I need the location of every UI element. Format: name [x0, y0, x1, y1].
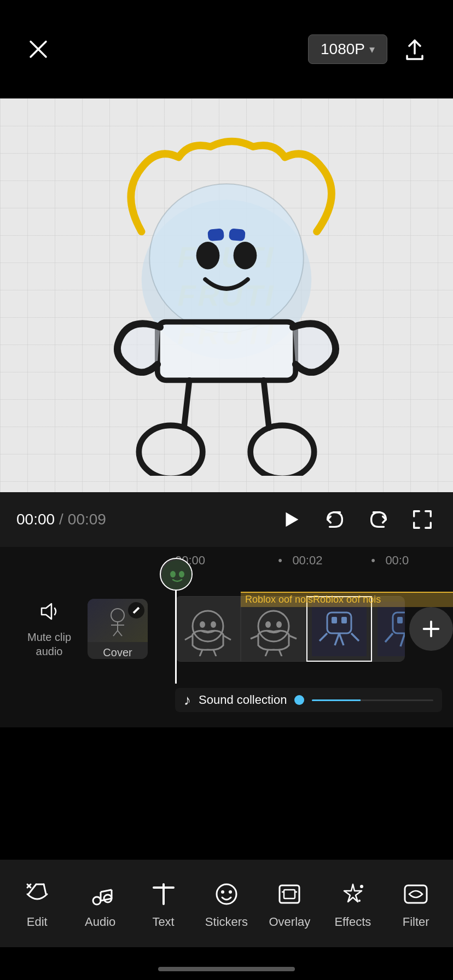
playhead: [175, 574, 177, 684]
svg-line-20: [113, 631, 118, 636]
canvas-area: FRUTI FRUTI FRUTI: [0, 98, 453, 492]
svg-point-71: [221, 890, 224, 894]
svg-line-65: [101, 890, 112, 892]
sound-inner[interactable]: ♪ Sound collection: [175, 688, 442, 712]
nav-item-audio[interactable]: Audio: [68, 872, 131, 935]
top-bar: 1080P ▾: [0, 0, 453, 98]
export-button[interactable]: [398, 33, 431, 66]
ruler-mark-2: • 00:0: [361, 553, 453, 568]
playhead-thumbnail: [160, 558, 193, 591]
redo-button[interactable]: [364, 505, 393, 534]
overlay-icon: [273, 878, 306, 911]
svg-point-78: [358, 900, 361, 902]
cover-label: Cover: [103, 646, 132, 659]
audio-icon: [84, 878, 117, 911]
svg-point-3: [149, 184, 303, 332]
edit-icon: [21, 878, 54, 911]
left-panel: Mute clipaudio: [0, 574, 175, 684]
stickers-label: Stickers: [205, 915, 248, 929]
timeline-ruler: 00:00 • 00:02 • 00:0: [0, 547, 453, 574]
svg-rect-4: [207, 228, 224, 241]
time-display: 00:00 / 00:09: [16, 511, 277, 528]
text-overlay-label: Roblox oof noisRoblox oof nois: [245, 594, 381, 605]
svg-rect-49: [397, 617, 403, 623]
svg-point-77: [360, 885, 363, 888]
svg-point-12: [251, 425, 314, 476]
svg-rect-42: [341, 617, 347, 623]
sound-track: ♪ Sound collection: [0, 684, 453, 716]
resolution-button[interactable]: 1080P ▾: [308, 34, 387, 64]
svg-rect-79: [405, 885, 427, 903]
svg-rect-5: [229, 228, 246, 241]
svg-point-15: [170, 571, 176, 578]
resolution-caret: ▾: [369, 43, 375, 56]
svg-line-11: [264, 380, 269, 428]
effects-icon: [336, 878, 369, 911]
controls-bar: 00:00 / 00:09: [0, 492, 453, 547]
nav-item-text[interactable]: Text: [132, 872, 195, 935]
svg-point-62: [93, 897, 101, 905]
nav-item-edit[interactable]: Edit: [5, 872, 68, 935]
svg-line-21: [118, 631, 122, 636]
resolution-label: 1080P: [321, 40, 365, 58]
time-separator: /: [59, 511, 63, 528]
svg-point-70: [217, 884, 236, 904]
top-right-controls: 1080P ▾: [308, 33, 431, 66]
svg-point-72: [229, 890, 232, 894]
svg-line-9: [184, 380, 189, 428]
timeline-area: 00:00 • 00:02 • 00:0: [0, 547, 453, 727]
text-label: Text: [152, 915, 174, 929]
edit-label: Edit: [27, 915, 48, 929]
svg-point-26: [211, 621, 216, 628]
cover-button[interactable]: Cover: [88, 599, 148, 659]
fullscreen-button[interactable]: [408, 505, 437, 534]
current-time: 00:00: [16, 511, 55, 528]
filter-icon: [399, 878, 432, 911]
svg-rect-31: [246, 602, 301, 656]
svg-rect-41: [332, 617, 337, 623]
text-overlay-track: Roblox oof noisRoblox oof nois: [241, 592, 453, 607]
svg-point-16: [179, 571, 184, 578]
nav-item-filter[interactable]: Filter: [385, 872, 448, 935]
mute-button[interactable]: Mute clipaudio: [27, 599, 71, 658]
nav-item-stickers[interactable]: Stickers: [195, 872, 258, 935]
nav-item-effects[interactable]: Effects: [321, 872, 384, 935]
mute-label: Mute clipaudio: [27, 630, 71, 658]
timeline-tracks: Mute clipaudio: [0, 574, 453, 684]
ruler-mark-1: • 00:02: [268, 553, 361, 568]
svg-rect-74: [284, 890, 295, 899]
svg-rect-39: [312, 602, 367, 656]
svg-point-6: [196, 242, 220, 269]
undo-button[interactable]: [321, 505, 349, 534]
nav-item-overlay[interactable]: Overlay: [258, 872, 321, 935]
svg-rect-23: [181, 602, 235, 656]
sound-label: Sound collection: [199, 693, 287, 707]
overlay-label: Overlay: [269, 915, 311, 929]
svg-rect-8: [158, 322, 295, 381]
close-button[interactable]: [22, 33, 55, 66]
svg-point-7: [234, 242, 257, 269]
video-frame-1[interactable]: [175, 596, 241, 662]
add-clip-button[interactable]: [409, 607, 453, 651]
svg-marker-13: [286, 512, 298, 527]
svg-point-17: [111, 609, 124, 622]
effects-label: Effects: [334, 915, 371, 929]
bottom-nav: Edit Audio Text: [0, 860, 453, 947]
svg-point-14: [162, 560, 193, 591]
svg-line-59: [44, 884, 46, 894]
play-button[interactable]: [277, 505, 305, 534]
audio-label: Audio: [85, 915, 115, 929]
cover-edit-icon: [128, 602, 144, 619]
stickers-icon: [210, 878, 243, 911]
svg-point-34: [276, 621, 282, 628]
svg-rect-73: [280, 885, 299, 903]
svg-line-64: [101, 899, 112, 901]
character-drawing: [68, 115, 385, 476]
svg-point-33: [265, 621, 271, 628]
svg-point-10: [139, 425, 202, 476]
sound-dot: [294, 695, 304, 705]
home-indicator: [158, 967, 295, 971]
video-track-container: Roblox oof noisRoblox oof nois: [175, 591, 453, 667]
playback-controls: [277, 505, 437, 534]
music-icon: ♪: [184, 692, 191, 709]
